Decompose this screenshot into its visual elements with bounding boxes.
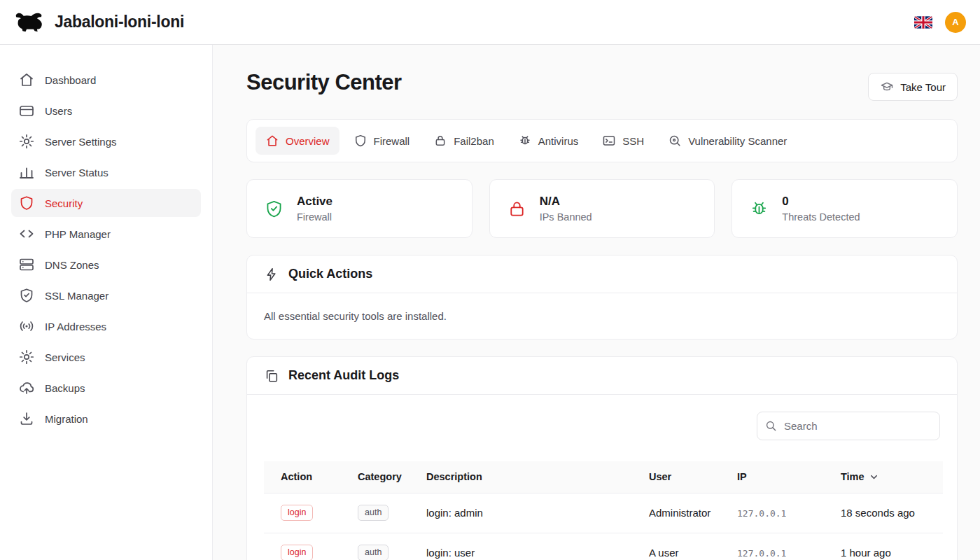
table-row[interactable]: login auth login: user A user 127.0.0.1 … (264, 533, 943, 560)
user-cell: Administrator (632, 493, 720, 533)
sidebar-item-label: Backups (45, 382, 85, 394)
tab-label: Overview (286, 135, 330, 147)
sidebar-item-server-settings[interactable]: Server Settings (11, 127, 201, 155)
shield-icon (18, 195, 35, 211)
sidebar-item-ip-addresses[interactable]: IP Addresses (11, 312, 201, 340)
description-cell: login: user (410, 533, 632, 560)
stat-value: Active (297, 195, 332, 209)
sidebar-item-label: Services (45, 351, 85, 363)
category-badge: auth (358, 545, 388, 560)
stat-card-ips-banned: N/A IPs Banned (489, 179, 715, 238)
sidebar-item-label: Server Settings (45, 136, 117, 148)
home-icon (18, 71, 35, 88)
category-badge: auth (358, 505, 388, 522)
home-icon (265, 134, 279, 148)
column-header-description[interactable]: Description (410, 461, 632, 493)
cloud-upload-icon (18, 379, 35, 396)
action-badge: login (281, 505, 313, 522)
sidebar-item-users[interactable]: Users (11, 97, 201, 125)
take-tour-label: Take Tour (900, 81, 946, 93)
search-box (757, 412, 940, 440)
bar-chart-icon (18, 164, 35, 181)
page-title: Security Center (246, 70, 402, 95)
column-header-category[interactable]: Category (341, 461, 410, 493)
sidebar-item-label: IP Addresses (45, 321, 106, 332)
shield-check-icon (264, 199, 284, 219)
tab-label: Antivirus (538, 135, 579, 147)
stats-row: Active Firewall N/A IPs Banned 0 Threats… (246, 179, 958, 238)
audit-logs-card: Recent Audit Logs Action Category (246, 356, 958, 560)
chevron-down-icon (869, 472, 879, 482)
column-label: Time (841, 471, 864, 482)
search-row (264, 412, 940, 440)
terminal-icon (602, 134, 616, 148)
brand: Jabaloni-loni-loni (14, 12, 184, 33)
stat-value: N/A (540, 195, 592, 209)
sidebar: Dashboard Users Server Settings Server S… (0, 45, 213, 560)
stat-label: Threats Detected (782, 211, 860, 223)
section-title: Recent Audit Logs (288, 368, 399, 383)
sidebar-item-label: Users (45, 105, 72, 117)
audit-logs-body: Action Category Description User IP Time (247, 395, 957, 560)
tab-overview[interactable]: Overview (255, 127, 340, 155)
sidebar-item-label: Server Status (45, 167, 108, 178)
tab-antivirus[interactable]: Antivirus (508, 127, 589, 155)
tab-label: SSH (622, 135, 644, 147)
sidebar-item-label: SSL Manager (45, 290, 108, 302)
page-head: Security Center Take Tour (246, 70, 958, 101)
sidebar-item-dashboard[interactable]: Dashboard (11, 66, 201, 94)
tab-label: Fail2ban (454, 135, 494, 147)
security-tabs: Overview Firewall Fail2ban Antivirus SSH… (246, 119, 958, 162)
topbar-actions: A (914, 12, 966, 33)
tab-fail2ban[interactable]: Fail2ban (424, 127, 504, 155)
search-input[interactable] (757, 412, 940, 440)
sidebar-item-dns-zones[interactable]: DNS Zones (11, 251, 201, 279)
download-icon (18, 410, 35, 427)
tab-label: Vulnerability Scanner (688, 135, 787, 147)
layout: Dashboard Users Server Settings Server S… (0, 45, 980, 560)
graduation-cap-icon (880, 80, 894, 94)
column-header-user[interactable]: User (632, 461, 720, 493)
audit-logs-table: Action Category Description User IP Time (264, 461, 943, 560)
sidebar-item-ssl-manager[interactable]: SSL Manager (11, 281, 201, 309)
quick-actions-card: Quick Actions All essential security too… (246, 255, 958, 340)
sidebar-item-php-manager[interactable]: PHP Manager (11, 220, 201, 248)
audit-logs-header: Recent Audit Logs (247, 357, 957, 394)
take-tour-button[interactable]: Take Tour (868, 73, 958, 101)
lightning-icon (264, 267, 279, 282)
stat-value: 0 (782, 195, 860, 209)
language-flag-icon[interactable] (914, 16, 932, 29)
tab-vulnerability-scanner[interactable]: Vulnerability Scanner (658, 127, 797, 155)
tab-firewall[interactable]: Firewall (344, 127, 420, 155)
copy-icon (264, 368, 279, 384)
quick-actions-header: Quick Actions (247, 255, 957, 293)
time-cell: 1 hour ago (824, 533, 943, 560)
server-stack-icon (18, 256, 35, 273)
table-row[interactable]: login auth login: admin Administrator 12… (264, 493, 943, 533)
sidebar-item-backups[interactable]: Backups (11, 374, 201, 402)
code-icon (18, 225, 35, 242)
lock-icon (433, 134, 447, 148)
section-title: Quick Actions (288, 267, 372, 281)
sidebar-item-services[interactable]: Services (11, 343, 201, 371)
bug-icon (518, 134, 532, 148)
column-header-action[interactable]: Action (264, 461, 341, 493)
description-cell: login: admin (410, 493, 632, 533)
gear-icon (18, 133, 35, 150)
sidebar-item-security[interactable]: Security (11, 189, 201, 217)
stat-text: Active Firewall (297, 195, 332, 223)
sidebar-item-label: Dashboard (45, 74, 96, 86)
stat-text: N/A IPs Banned (540, 195, 592, 223)
column-header-time[interactable]: Time (824, 461, 943, 493)
shield-icon (354, 134, 368, 148)
stat-card-firewall: Active Firewall (246, 179, 472, 238)
sidebar-item-server-status[interactable]: Server Status (11, 158, 201, 186)
sidebar-item-migration[interactable]: Migration (11, 405, 201, 433)
column-header-ip[interactable]: IP (720, 461, 824, 493)
tab-ssh[interactable]: SSH (592, 127, 654, 155)
stat-label: Firewall (297, 211, 332, 223)
shield-check-icon (18, 287, 35, 304)
stat-label: IPs Banned (540, 211, 592, 223)
avatar[interactable]: A (945, 12, 966, 33)
broadcast-icon (18, 318, 35, 335)
